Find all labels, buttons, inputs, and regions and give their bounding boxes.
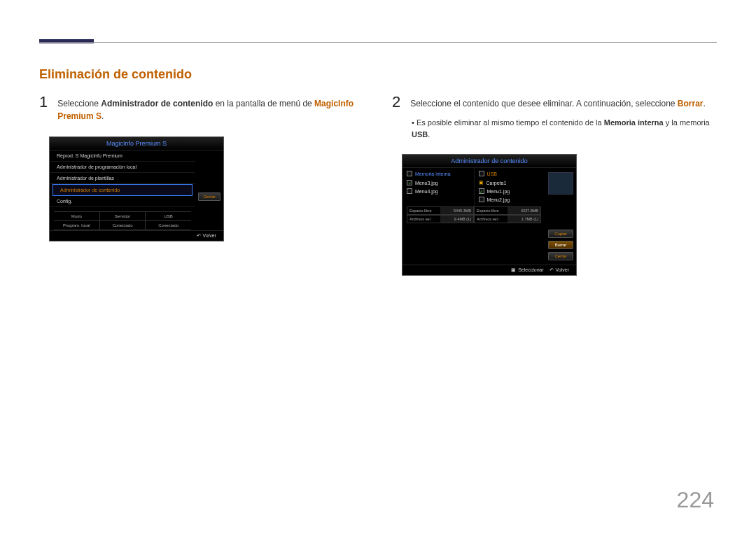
checkbox-icon[interactable]: ✓ <box>479 188 484 194</box>
step-1: 1 Seleccione Administrador de contenido … <box>39 94 364 122</box>
text: . <box>102 111 104 121</box>
status-value-row: Program. local Conectado Conectado <box>54 220 191 230</box>
step-number: 1 <box>39 94 48 110</box>
panel-footer: ▣Seleccionar ↶Volver <box>402 265 576 275</box>
panel-footer: ↶Volver <box>50 230 223 241</box>
folder-row[interactable]: ▣ Carpeta1 <box>479 178 542 187</box>
close-button[interactable]: Cerrar <box>198 192 220 201</box>
return-icon: ↶ <box>197 233 201 238</box>
checkbox-icon[interactable] <box>407 171 412 176</box>
status-header-row: Modo Servidor USB <box>54 211 191 220</box>
delete-button[interactable]: Borrar <box>548 241 573 249</box>
status-head: Modo <box>54 212 100 220</box>
stat-label: Espacio libre <box>407 207 440 214</box>
menu-item[interactable]: Config. <box>50 196 195 207</box>
file-name: Menu3.jpg <box>415 181 438 185</box>
stat-label: Espacio libre <box>475 207 507 214</box>
status-head: USB <box>146 212 191 220</box>
usb-column: USB ▣ Carpeta1 ✓ Menu1.jpg <box>475 168 546 206</box>
folder-icon: ▣ <box>479 180 484 185</box>
select-icon: ▣ <box>511 267 516 272</box>
file-row[interactable]: ✓ Menu3.jpg <box>407 178 470 187</box>
return-label: Volver <box>203 233 216 238</box>
text: . <box>704 99 706 108</box>
text: Es posible eliminar al mismo tiempo el c… <box>416 118 604 127</box>
menu-list: Reprod. S MagicInfo Premium Administrado… <box>50 150 195 207</box>
copy-button[interactable]: Copiar <box>548 230 573 238</box>
stat-value: 9.4MB (1) <box>440 216 473 223</box>
checkbox-icon[interactable] <box>479 197 484 202</box>
accent-text: Borrar <box>678 99 704 108</box>
text: en la pantalla de menú de <box>213 99 314 108</box>
header-rule <box>39 42 717 43</box>
header-label: Memoria interna <box>415 171 451 176</box>
file-row[interactable]: Menu4.jpg <box>407 187 470 195</box>
close-button[interactable]: Cerrar <box>548 252 573 260</box>
status-val: Conectado <box>146 221 191 230</box>
return-icon: ↶ <box>550 267 554 272</box>
text: Seleccione <box>57 99 101 108</box>
status-head: Servidor <box>100 212 146 220</box>
step-number: 2 <box>392 94 400 110</box>
folder-name: Carpeta1 <box>486 181 507 185</box>
stat-value: 1.7MB (1) <box>507 216 540 223</box>
file-name: Menu1.jpg <box>487 189 510 194</box>
stats-row-free: Espacio libre5445.3MB Espacio libre4237.… <box>402 206 545 215</box>
status-val: Program. local <box>54 221 100 230</box>
bold-text: Memoria interna <box>604 118 664 127</box>
content-manager-panel: Administrador de contenido Memoria inter… <box>402 154 577 276</box>
checkbox-icon[interactable]: ✓ <box>407 180 412 185</box>
menu-item[interactable]: Administrador de plantillas <box>50 173 195 184</box>
select-label: Seleccionar <box>518 267 544 272</box>
bold-text: Administrador de contenido <box>101 99 213 108</box>
file-row[interactable]: ✓ Menu1.jpg <box>479 187 542 195</box>
stats-row-selected: Archivos sel.:9.4MB (1) Archivos sel.:1.… <box>402 215 545 223</box>
panel-title: MagicInfo Premium S <box>50 137 223 150</box>
header-label: USB <box>487 171 497 176</box>
step-1-text: Seleccione Administrador de contenido en… <box>57 94 364 122</box>
text: . <box>428 130 430 139</box>
stat-label: Archivos sel.: <box>407 216 440 223</box>
step-2-text: Seleccione el contenido que desee elimin… <box>410 94 706 110</box>
file-name: Menu4.jpg <box>415 189 438 194</box>
menu-item[interactable]: Administrador de programación local <box>50 162 195 173</box>
stat-label: Archivos sel.: <box>475 216 507 223</box>
return-label: Volver <box>556 267 569 272</box>
preview-thumbnail <box>548 172 573 195</box>
text: Seleccione el contenido que desee elimin… <box>410 99 678 108</box>
right-column: 2 Seleccione el contenido que desee elim… <box>392 94 717 276</box>
left-column: 1 Seleccione Administrador de contenido … <box>39 94 364 276</box>
panel-title: Administrador de contenido <box>402 155 576 168</box>
file-name: Menu2.jpg <box>487 197 510 202</box>
column-header-usb[interactable]: USB <box>479 171 542 178</box>
internal-memory-column: Memoria interna ✓ Menu3.jpg Menu4.jpg <box>402 168 475 206</box>
menu-item[interactable]: Reprod. S MagicInfo Premium <box>50 150 195 162</box>
checkbox-icon[interactable] <box>407 188 412 194</box>
column-header-internal[interactable]: Memoria interna <box>407 171 470 178</box>
side-buttons: Copiar Borrar Cerrar <box>545 168 576 265</box>
stat-value: 5445.3MB <box>440 207 473 214</box>
section-title: Eliminación de contenido <box>39 67 717 82</box>
bold-text: USB <box>412 130 428 139</box>
stat-value: 4237.8MB <box>507 207 540 214</box>
status-val: Conectado <box>100 221 146 230</box>
step-2: 2 Seleccione el contenido que desee elim… <box>392 94 717 110</box>
file-row[interactable]: Menu2.jpg <box>479 195 542 204</box>
menu-item-selected[interactable]: Administrador de contenido <box>52 184 192 196</box>
checkbox-icon[interactable] <box>479 171 484 176</box>
magicinfo-menu-panel: MagicInfo Premium S Reprod. S MagicInfo … <box>49 136 224 241</box>
note-bullet: Es posible eliminar al mismo tiempo el c… <box>412 117 717 140</box>
page-number: 224 <box>677 487 714 513</box>
text: y la memoria <box>664 118 710 127</box>
header-accent-bar <box>39 39 94 43</box>
